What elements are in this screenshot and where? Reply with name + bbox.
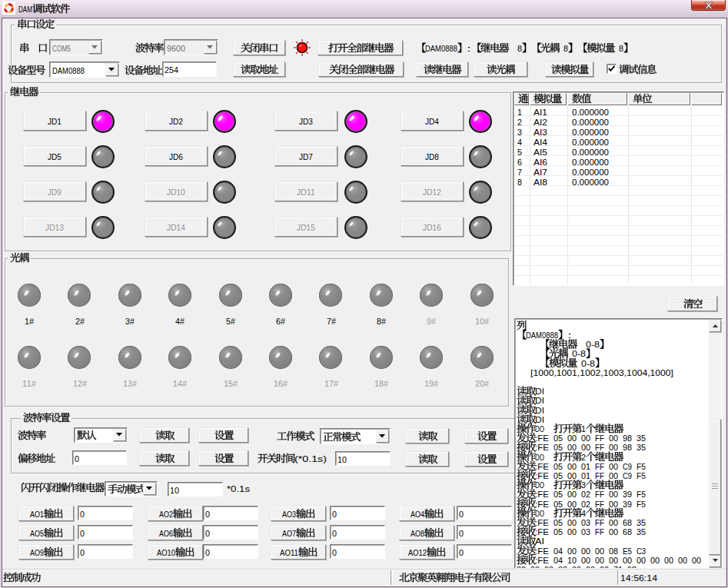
svg-text:JD8: JD8 bbox=[425, 152, 439, 161]
svg-text:35: 35 bbox=[637, 443, 646, 452]
svg-text:00: 00 bbox=[600, 565, 609, 568]
svg-text:0: 0 bbox=[80, 547, 85, 556]
svg-text:JD4: JD4 bbox=[425, 117, 440, 126]
svg-text:COM5: COM5 bbox=[52, 43, 71, 52]
svg-text:8: 8 bbox=[563, 44, 568, 53]
svg-text:JD2: JD2 bbox=[169, 117, 183, 126]
svg-text:7#: 7# bbox=[327, 317, 337, 326]
svg-text:0: 0 bbox=[80, 509, 85, 518]
svg-text:DO: DO bbox=[535, 453, 544, 462]
svg-text:00: 00 bbox=[567, 434, 577, 443]
svg-text:00: 00 bbox=[609, 556, 618, 565]
svg-text:00: 00 bbox=[572, 565, 581, 568]
svg-text:19#: 19# bbox=[424, 379, 439, 388]
svg-text:AO3: AO3 bbox=[282, 510, 296, 519]
svg-text:C3: C3 bbox=[637, 546, 646, 556]
svg-text:20#: 20# bbox=[475, 379, 490, 388]
svg-text:00: 00 bbox=[637, 556, 646, 565]
svg-text:JD11: JD11 bbox=[297, 188, 315, 197]
svg-text:00: 00 bbox=[609, 471, 618, 480]
svg-text:00: 00 bbox=[567, 518, 577, 527]
svg-text:02: 02 bbox=[581, 490, 590, 499]
svg-text:00: 00 bbox=[609, 500, 618, 509]
svg-text:14:56:14: 14:56:14 bbox=[620, 573, 658, 583]
svg-text:9#: 9# bbox=[427, 317, 437, 326]
svg-text:00: 00 bbox=[595, 546, 604, 556]
svg-text:17#: 17# bbox=[324, 379, 339, 388]
svg-text:14#: 14# bbox=[173, 379, 188, 388]
svg-text:DAM0888: DAM0888 bbox=[425, 44, 457, 53]
svg-text:16#: 16# bbox=[274, 379, 288, 388]
svg-text:5#: 5# bbox=[226, 317, 236, 326]
svg-text:*0.1s: *0.1s bbox=[227, 484, 250, 493]
svg-text:00: 00 bbox=[623, 556, 632, 565]
svg-text:FF: FF bbox=[595, 490, 604, 499]
svg-text:0: 0 bbox=[332, 509, 337, 518]
svg-text:(*0.1s): (*0.1s) bbox=[294, 454, 327, 463]
svg-text:00: 00 bbox=[567, 490, 577, 499]
svg-text:C9: C9 bbox=[623, 471, 632, 480]
svg-text:AO6: AO6 bbox=[159, 529, 173, 538]
svg-text::: : bbox=[467, 44, 471, 53]
svg-text::FE: :FE bbox=[535, 546, 549, 556]
svg-text:254: 254 bbox=[165, 65, 179, 75]
svg-text:00: 00 bbox=[609, 443, 618, 452]
svg-text:01: 01 bbox=[581, 462, 590, 471]
svg-text:35: 35 bbox=[637, 518, 646, 527]
svg-text:JD1: JD1 bbox=[48, 117, 61, 126]
svg-text:00: 00 bbox=[586, 565, 595, 568]
svg-text:C9: C9 bbox=[623, 462, 632, 471]
svg-text::FE: :FE bbox=[535, 527, 549, 537]
svg-text:JD5: JD5 bbox=[48, 152, 61, 161]
svg-text:00: 00 bbox=[567, 462, 577, 471]
svg-text:0: 0 bbox=[75, 453, 79, 463]
svg-text:FF: FF bbox=[595, 500, 604, 509]
svg-text:00: 00 bbox=[581, 443, 590, 452]
svg-text:AO4: AO4 bbox=[411, 510, 424, 519]
svg-text::FE: :FE bbox=[535, 434, 549, 443]
svg-text:1: 1 bbox=[581, 424, 586, 434]
svg-text:AO10: AO10 bbox=[157, 548, 175, 557]
svg-text:10: 10 bbox=[567, 556, 577, 565]
svg-text:00: 00 bbox=[567, 546, 577, 556]
svg-text:4#: 4# bbox=[175, 317, 185, 326]
svg-text:00: 00 bbox=[581, 434, 590, 443]
svg-text:00: 00 bbox=[609, 490, 618, 499]
svg-text:DI: DI bbox=[535, 396, 544, 405]
svg-text:68: 68 bbox=[623, 527, 632, 537]
svg-text:00: 00 bbox=[544, 565, 553, 568]
svg-text:39: 39 bbox=[623, 490, 632, 499]
svg-text:00: 00 bbox=[595, 556, 604, 565]
svg-text:AI: AI bbox=[535, 537, 544, 546]
svg-text:10: 10 bbox=[337, 454, 347, 463]
svg-text:12#: 12# bbox=[73, 379, 88, 388]
svg-text:8: 8 bbox=[517, 44, 522, 53]
svg-text:AO7: AO7 bbox=[282, 529, 296, 538]
svg-text:0-8: 0-8 bbox=[572, 349, 586, 358]
svg-text:02: 02 bbox=[581, 500, 590, 509]
svg-text:JD16: JD16 bbox=[423, 223, 441, 232]
svg-text:00: 00 bbox=[530, 565, 540, 568]
svg-text:05: 05 bbox=[553, 434, 563, 443]
svg-text:6#: 6# bbox=[276, 317, 286, 326]
svg-text::FE: :FE bbox=[535, 518, 549, 527]
svg-text:AO2: AO2 bbox=[159, 510, 173, 519]
svg-text:0: 0 bbox=[459, 547, 464, 556]
svg-text:00: 00 bbox=[692, 556, 701, 565]
svg-text:0: 0 bbox=[205, 509, 210, 518]
svg-text:9600: 9600 bbox=[167, 43, 185, 52]
svg-text:0: 0 bbox=[80, 528, 85, 537]
svg-text:05: 05 bbox=[553, 490, 563, 499]
svg-text:01: 01 bbox=[581, 471, 590, 480]
svg-text:39: 39 bbox=[623, 500, 632, 509]
svg-text:FF: FF bbox=[595, 471, 604, 480]
svg-text:03: 03 bbox=[581, 518, 590, 527]
svg-text:FF: FF bbox=[595, 527, 604, 537]
svg-text:FF: FF bbox=[595, 462, 604, 471]
svg-text:4: 4 bbox=[581, 509, 587, 518]
svg-text:FF: FF bbox=[595, 434, 604, 443]
svg-text:DO: DO bbox=[535, 509, 544, 518]
svg-text:DO: DO bbox=[535, 480, 544, 490]
svg-text::FE: :FE bbox=[535, 556, 549, 565]
svg-text:JD14: JD14 bbox=[167, 223, 186, 232]
